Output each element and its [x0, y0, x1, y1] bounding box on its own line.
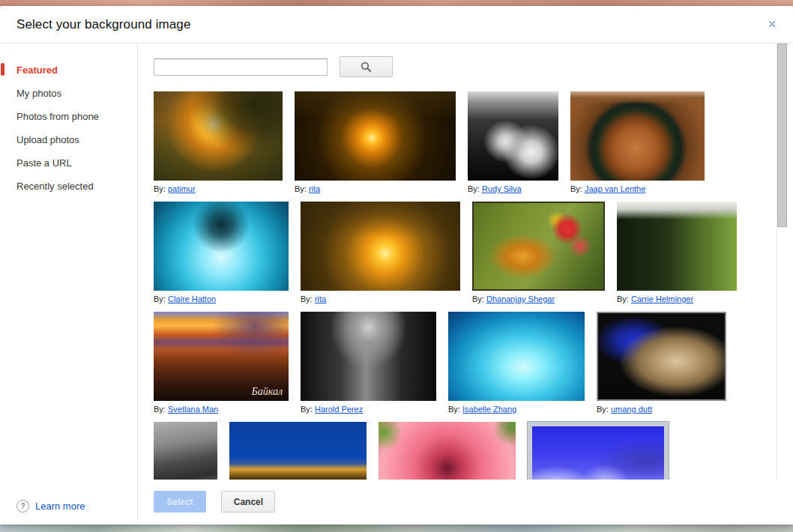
photo-item: By: Rudy Silva	[468, 91, 558, 194]
photo-caption: By: Carrie Helminger	[617, 294, 737, 304]
photo-thumbnail[interactable]	[448, 312, 585, 401]
photo-thumbnail[interactable]	[301, 312, 436, 401]
photo-author-link[interactable]: rita	[309, 184, 320, 193]
sidebar-item-label: My photos	[16, 88, 61, 99]
photo-thumbnail[interactable]	[295, 91, 456, 181]
sidebar-item-recently-selected[interactable]: Recently selected	[0, 175, 137, 198]
photo-author-link[interactable]: Svetlana Man	[168, 405, 218, 414]
photo-item: By: Harold Perez	[301, 312, 436, 414]
sidebar-item-paste-a-url[interactable]: Paste a URL	[0, 151, 137, 175]
select-button[interactable]: Select	[154, 491, 206, 513]
sidebar-item-my-photos[interactable]: My photos	[0, 82, 137, 105]
sidebar-item-photos-from-phone[interactable]: Photos from phone	[0, 105, 137, 128]
photo-item: By: Claire Hatton	[154, 202, 289, 304]
photo-caption: By: Svetlana Man	[154, 405, 289, 414]
photo-caption: By: rita	[295, 184, 456, 194]
photo-thumbnail[interactable]	[570, 91, 705, 181]
sidebar-item-label: Upload photos	[16, 134, 79, 145]
photo-caption: By: Rudy Silva	[468, 184, 558, 194]
sidebar-list: FeaturedMy photosPhotos from phoneUpload…	[0, 58, 137, 198]
photo-thumbnail[interactable]	[154, 202, 289, 291]
photo-item: By: Carrie Helminger	[617, 202, 737, 304]
photo-item	[229, 422, 367, 480]
photo-thumbnail[interactable]	[528, 422, 669, 480]
sidebar-item-upload-photos[interactable]: Upload photos	[0, 128, 137, 151]
by-label: By:	[472, 294, 486, 303]
photo-thumbnail[interactable]	[301, 202, 460, 291]
photo-caption: By: Jaap van Lenthe	[570, 184, 705, 194]
photo-item: By: rita	[295, 91, 456, 194]
photo-author-link[interactable]: Dhananjay Shegar	[486, 294, 555, 303]
photo-caption: By: Harold Perez	[301, 405, 436, 414]
photo-grid: By: patimurBy: ritaBy: Rudy SilvaBy: Jaa…	[154, 91, 753, 480]
photo-author-link[interactable]: Isabelle Zhang	[462, 405, 516, 414]
photo-thumbnail[interactable]	[468, 91, 558, 181]
photo-item: By: umang dutt	[597, 312, 726, 414]
photo-author-link[interactable]: Rudy Silva	[482, 184, 522, 193]
photo-author-link[interactable]: Claire Hatton	[168, 294, 216, 303]
photo-caption: By: umang dutt	[597, 405, 726, 414]
photo-item	[154, 422, 217, 480]
content-panel: By: patimurBy: ritaBy: Rudy SilvaBy: Jaa…	[138, 43, 793, 525]
sidebar-item-label: Paste a URL	[16, 157, 72, 169]
search-icon	[361, 61, 372, 73]
by-label: By:	[570, 184, 585, 193]
photo-author-link[interactable]: rita	[315, 294, 326, 303]
photo-caption: By: Dhananjay Shegar	[472, 294, 605, 304]
photo-thumbnail[interactable]	[229, 422, 367, 480]
dialog-title: Select your background image	[16, 17, 190, 32]
sidebar-item-featured[interactable]: Featured	[0, 58, 137, 82]
cancel-button[interactable]: Cancel	[221, 491, 275, 513]
sidebar-item-label: Recently selected	[16, 181, 94, 192]
by-label: By:	[448, 405, 462, 414]
by-label: By:	[301, 294, 315, 303]
close-icon[interactable]: ✕	[768, 19, 777, 29]
search-input[interactable]	[154, 58, 328, 76]
photo-author-link[interactable]: Carrie Helminger	[631, 294, 693, 303]
photo-item	[528, 422, 669, 480]
photo-item: БайкалBy: Svetlana Man	[154, 312, 289, 414]
photo-item: By: Isabelle Zhang	[448, 312, 585, 414]
search-button[interactable]	[340, 56, 393, 77]
photo-item	[379, 422, 516, 480]
sidebar: FeaturedMy photosPhotos from phoneUpload…	[0, 43, 138, 525]
by-label: By:	[154, 405, 168, 414]
photo-caption: By: rita	[301, 294, 460, 304]
photo-thumbnail[interactable]	[472, 202, 605, 291]
photo-author-link[interactable]: patimur	[168, 184, 196, 193]
photo-thumbnail[interactable]	[379, 422, 516, 480]
learn-more-link[interactable]: ? Learn more	[16, 500, 85, 513]
scrollbar-track[interactable]	[777, 43, 788, 480]
photo-item: By: rita	[301, 202, 460, 304]
photo-author-link[interactable]: umang dutt	[611, 405, 652, 414]
learn-more-label[interactable]: Learn more	[35, 501, 85, 512]
help-icon: ?	[16, 500, 29, 513]
by-label: By:	[617, 294, 631, 303]
photo-item: By: patimur	[154, 91, 283, 194]
background-picker-dialog: Select your background image ✕ FeaturedM…	[0, 6, 793, 525]
sidebar-item-label: Photos from phone	[16, 111, 99, 122]
photo-author-link[interactable]: Jaap van Lenthe	[585, 184, 645, 193]
dialog-footer: Select Cancel	[138, 480, 793, 525]
active-item-marker	[1, 63, 4, 76]
photo-thumbnail[interactable]	[597, 312, 726, 401]
page-background-bottom	[0, 524, 793, 532]
photo-overlay-text: Байкал	[251, 386, 283, 398]
photo-caption: By: patimur	[154, 184, 283, 194]
by-label: By:	[597, 405, 611, 414]
photo-author-link[interactable]: Harold Perez	[315, 405, 363, 414]
photo-item: By: Jaap van Lenthe	[570, 91, 705, 194]
photo-thumbnail[interactable]	[154, 91, 283, 181]
by-label: By:	[468, 184, 482, 193]
dialog-header: Select your background image ✕	[0, 6, 793, 43]
by-label: By:	[295, 184, 309, 193]
photo-thumbnail[interactable]	[617, 202, 737, 291]
photo-thumbnail[interactable]: Байкал	[154, 312, 289, 401]
scrollbar-thumb[interactable]	[777, 43, 787, 227]
sidebar-item-label: Featured	[16, 64, 58, 76]
by-label: By:	[154, 294, 168, 303]
photo-item: By: Dhananjay Shegar	[472, 202, 605, 304]
photo-thumbnail[interactable]	[154, 422, 217, 480]
search-bar	[154, 56, 793, 77]
photo-scroll-area: By: patimurBy: ritaBy: Rudy SilvaBy: Jaa…	[138, 43, 793, 480]
